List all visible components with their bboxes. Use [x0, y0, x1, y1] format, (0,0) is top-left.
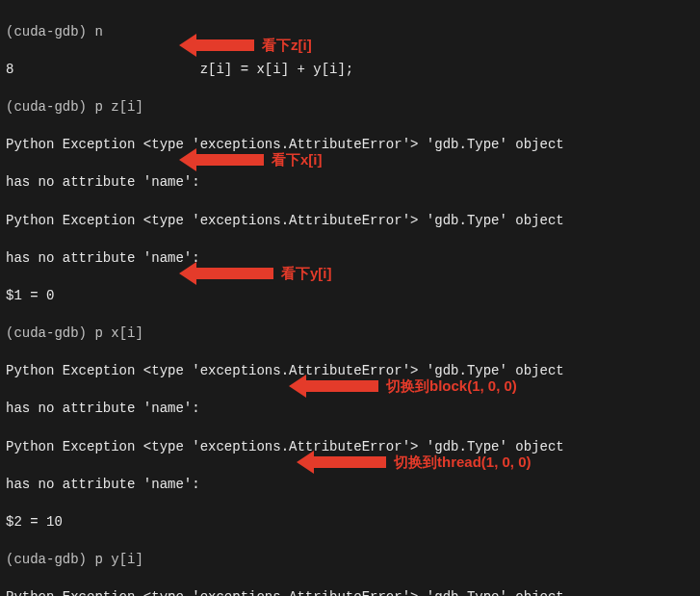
src-linenum: 8 [6, 62, 13, 77]
cmd-py: p y[i] [94, 552, 143, 567]
exc-line: has no attribute 'name': [6, 173, 694, 193]
exc-line: has no attribute 'name': [6, 476, 694, 495]
prompt: (cuda-gdb) [6, 24, 87, 39]
value-line: $2 = 10 [6, 513, 694, 532]
line-cmd-n: (cuda-gdb) n [6, 23, 694, 42]
exc-line: has no attribute 'name': [6, 249, 694, 269]
exc-line: has no attribute 'name': [6, 400, 694, 419]
line-cmd-pz: (cuda-gdb) p z[i] [6, 98, 694, 117]
cmd-px: p x[i] [94, 325, 143, 341]
line-cmd-py: (cuda-gdb) p y[i] [6, 551, 694, 570]
src-body: z[i] = x[i] + y[i]; [200, 62, 354, 77]
line-src-8: 8 z[i] = x[i] + y[i]; [6, 61, 694, 80]
exc-line: Python Exception <type 'exceptions.Attri… [6, 438, 694, 457]
cmd-n: n [94, 24, 102, 39]
terminal-output: (cuda-gdb) n 8 z[i] = x[i] + y[i]; (cuda… [0, 0, 700, 596]
exc-line: Python Exception <type 'exceptions.Attri… [6, 362, 694, 381]
exc-line: Python Exception <type 'exceptions.Attri… [6, 588, 694, 596]
exc-line: Python Exception <type 'exceptions.Attri… [6, 212, 694, 231]
cmd-pz: p z[i] [94, 99, 143, 115]
exc-line: Python Exception <type 'exceptions.Attri… [6, 136, 694, 155]
value-line: $1 = 0 [6, 287, 694, 306]
line-cmd-px: (cuda-gdb) p x[i] [6, 324, 694, 344]
